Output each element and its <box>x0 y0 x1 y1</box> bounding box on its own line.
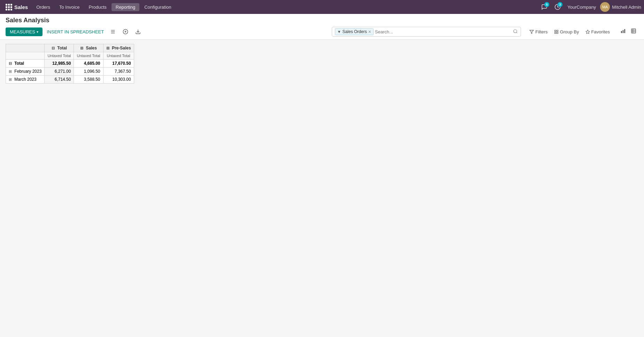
page-title: Sales Analysis <box>6 17 638 24</box>
pivot-col-total-label: Total <box>57 46 67 50</box>
pivot-subheader-sales: Untaxed Total <box>74 52 103 60</box>
pivot-col-sales-label: Sales <box>86 46 97 50</box>
nav-products[interactable]: Products <box>84 3 110 11</box>
row-mar-text: March 2023 <box>14 77 36 82</box>
svg-marker-15 <box>586 30 590 33</box>
pivot-col-total: ⊟ Total <box>45 44 74 52</box>
row-total-collapse-icon[interactable]: ⊟ <box>9 61 12 65</box>
pivot-col-presales-label: Pre-Sales <box>112 46 131 50</box>
pivot-subheader-total: Untaxed Total <box>45 52 74 60</box>
nav-reporting[interactable]: Reporting <box>112 3 139 11</box>
activity-button[interactable]: 3 <box>552 1 563 13</box>
pivot-view-button[interactable] <box>629 27 638 37</box>
pivot-corner <box>6 44 45 52</box>
filter-icon: ▼ <box>337 30 341 34</box>
filters-button[interactable]: Filters <box>527 28 550 36</box>
pivot-row-mar2023: ⊞ March 2023 6,714.50 3,588.50 10,303.00 <box>6 76 134 84</box>
pivot-row-feb-label: ⊞ February 2023 <box>6 68 45 76</box>
nav-to-invoice[interactable]: To Invoice <box>55 3 84 11</box>
adjust-icon[interactable] <box>108 28 118 36</box>
presales-expand-icon[interactable]: ⊞ <box>106 46 109 50</box>
avatar[interactable]: MA <box>600 2 610 12</box>
svg-line-9 <box>516 32 518 33</box>
grid-icon <box>6 4 12 10</box>
measures-label: MEASURES <box>10 29 35 34</box>
chat-badge: 5 <box>544 2 549 7</box>
nav-orders[interactable]: Orders <box>32 3 54 11</box>
measures-chevron-icon: ▾ <box>37 30 38 34</box>
activity-badge: 3 <box>558 2 562 7</box>
svg-marker-10 <box>530 30 534 33</box>
search-tag-sales-orders: ▼ Sales Orders × <box>335 28 374 35</box>
pivot-mar-col-total: 6,714.50 <box>45 76 74 84</box>
measures-button[interactable]: MEASURES ▾ <box>6 28 43 36</box>
chat-button[interactable]: 5 <box>539 1 550 13</box>
page-header: Sales Analysis MEASURES ▾ INSERT IN SPRE… <box>0 14 644 40</box>
row-feb-text: February 2023 <box>14 69 41 74</box>
bar-chart-view-button[interactable] <box>618 27 628 37</box>
favorites-label: Favorites <box>591 29 610 34</box>
top-nav-menu: Orders To Invoice Products Reporting Con… <box>32 3 537 11</box>
search-tag-label: Sales Orders <box>343 29 367 34</box>
svg-rect-14 <box>557 32 558 33</box>
add-icon[interactable] <box>121 28 130 36</box>
pivot-col-sales: ⊞ Sales <box>74 44 103 52</box>
pivot-mar-col-sales: 3,588.50 <box>74 76 103 84</box>
pivot-row-total-label: ⊟ Total <box>6 60 45 68</box>
row-total-text: Total <box>14 61 24 66</box>
pivot-col-presales: ⊞ Pre-Sales <box>103 44 134 52</box>
app-name: Sales <box>14 4 28 10</box>
pivot-row-label-header <box>6 52 45 60</box>
search-magnify-icon[interactable] <box>513 29 518 35</box>
groupby-label: Group By <box>560 29 579 34</box>
search-bar[interactable]: ▼ Sales Orders × <box>332 27 521 37</box>
pivot-total-col-presales: 17,670.50 <box>103 60 134 68</box>
company-name[interactable]: YourCompany <box>565 5 598 10</box>
sales-expand-icon[interactable]: ⊞ <box>80 46 83 50</box>
search-tag-close[interactable]: × <box>368 29 371 34</box>
svg-rect-17 <box>623 30 624 33</box>
app-logo[interactable]: Sales <box>3 4 31 10</box>
view-buttons <box>618 27 638 37</box>
svg-point-8 <box>514 29 517 32</box>
insert-spreadsheet-button[interactable]: INSERT IN SPREADSHEET <box>45 28 105 36</box>
topnav-right: 5 3 YourCompany MA Mitchell Admin <box>539 1 641 13</box>
user-name[interactable]: Mitchell Admin <box>612 5 641 10</box>
pivot-row-mar-label: ⊞ March 2023 <box>6 76 45 84</box>
pivot-subheader-presales: Untaxed Total <box>103 52 134 60</box>
favorites-button[interactable]: Favorites <box>583 28 613 36</box>
filters-label: Filters <box>535 29 547 34</box>
svg-rect-18 <box>624 29 625 33</box>
pivot-feb-col-sales: 1,096.50 <box>74 68 103 76</box>
row-feb-expand-icon[interactable]: ⊞ <box>9 69 12 73</box>
pivot-table: ⊟ Total ⊞ Sales ⊞ Pre-Sales Untaxed Tota… <box>6 44 134 84</box>
nav-configuration[interactable]: Configuration <box>140 3 175 11</box>
svg-rect-13 <box>554 32 556 33</box>
pivot-row-total: ⊟ Total 12,985.50 4,685.00 17,670.50 <box>6 60 134 68</box>
row-mar-expand-icon[interactable]: ⊞ <box>9 77 12 81</box>
pivot-mar-col-presales: 10,303.00 <box>103 76 134 84</box>
groupby-button[interactable]: Group By <box>551 28 582 36</box>
svg-rect-19 <box>631 29 636 33</box>
top-nav: Sales Orders To Invoice Products Reporti… <box>0 0 644 14</box>
svg-rect-16 <box>621 31 622 33</box>
pivot-feb-col-presales: 7,367.50 <box>103 68 134 76</box>
svg-rect-12 <box>557 30 558 31</box>
pivot-row-feb2023: ⊞ February 2023 6,271.00 1,096.50 7,367.… <box>6 68 134 76</box>
pivot-subheader-row: Untaxed Total Untaxed Total Untaxed Tota… <box>6 52 134 60</box>
pivot-col-group-row: ⊟ Total ⊞ Sales ⊞ Pre-Sales <box>6 44 134 52</box>
toolbar: MEASURES ▾ INSERT IN SPREADSHEET ▼ Sales… <box>6 27 638 37</box>
filter-group: Filters Group By Favorites <box>527 28 613 36</box>
pivot-total-col-sales: 4,685.00 <box>74 60 103 68</box>
search-input[interactable] <box>375 29 512 34</box>
total-collapse-icon[interactable]: ⊟ <box>52 46 55 50</box>
download-icon[interactable] <box>133 28 143 36</box>
svg-rect-11 <box>554 30 556 31</box>
main-content: ⊟ Total ⊞ Sales ⊞ Pre-Sales Untaxed Tota… <box>0 40 644 88</box>
pivot-feb-col-total: 6,271.00 <box>45 68 74 76</box>
pivot-total-col-total: 12,985.50 <box>45 60 74 68</box>
